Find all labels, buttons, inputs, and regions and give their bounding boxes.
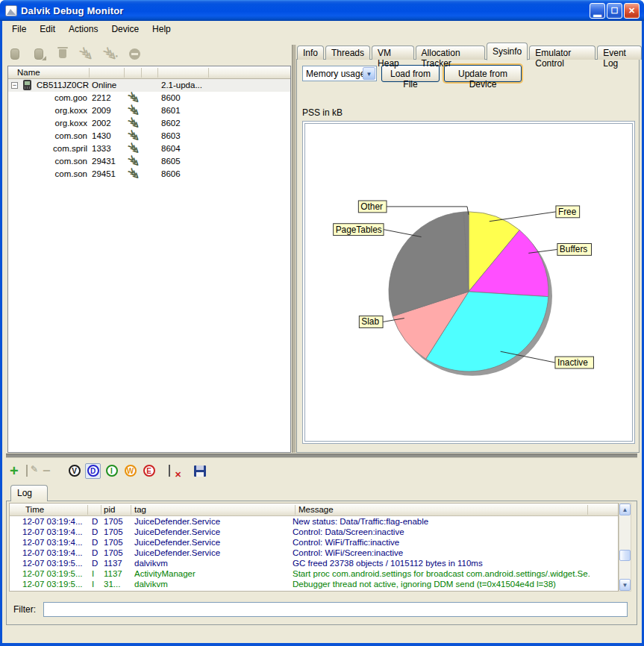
log-level-i-icon[interactable]: I bbox=[104, 463, 119, 479]
menu-help[interactable]: Help bbox=[146, 22, 178, 37]
menu-edit[interactable]: Edit bbox=[33, 22, 62, 37]
sysinfo-panel: Memory usage ▼ Load from File Update fro… bbox=[296, 59, 640, 453]
column-time[interactable]: Time bbox=[25, 505, 44, 514]
log-toolbar: + ✎ − VDIWE ✕ bbox=[10, 461, 206, 480]
log-tag: JuiceDefender.Service bbox=[134, 516, 287, 527]
horizontal-splitter[interactable] bbox=[6, 454, 637, 458]
log-pid: 1705 bbox=[104, 516, 129, 527]
menu-actions[interactable]: Actions bbox=[62, 22, 104, 37]
tab-allocation-tracker[interactable]: Allocation Tracker bbox=[416, 46, 485, 60]
process-row[interactable]: com.goo2212⋙8600 bbox=[8, 92, 290, 104]
phone-icon bbox=[23, 80, 31, 90]
chart-caption: PSS in kB bbox=[302, 107, 343, 118]
log-scrollbar[interactable]: ▲ ▼ bbox=[619, 503, 631, 592]
log-row[interactable]: 12-07 03:19:5...D1137dalvikvmGC freed 23… bbox=[10, 558, 618, 568]
menu-device[interactable]: Device bbox=[104, 22, 146, 37]
log-row[interactable]: 12-07 03:19:4...D1705JuiceDefender.Servi… bbox=[10, 516, 618, 527]
log-row[interactable]: 12-07 03:19:5...I31...dalvikvmDebugger t… bbox=[10, 579, 618, 589]
debug-attach-icon[interactable] bbox=[32, 47, 46, 60]
log-table: TimepidtagMessage 12-07 03:19:4...D1705J… bbox=[9, 503, 619, 592]
tab-threads[interactable]: Threads bbox=[325, 46, 370, 60]
filter-input[interactable] bbox=[43, 602, 628, 617]
clear-log-icon[interactable]: ✕ bbox=[169, 465, 185, 476]
log-row[interactable]: 12-07 03:19:4...D1705JuiceDefender.Servi… bbox=[10, 537, 618, 548]
pie-label-pagetables: PageTables bbox=[336, 225, 382, 235]
column-name[interactable]: Name bbox=[17, 68, 40, 77]
pie-label-free: Free bbox=[558, 207, 577, 217]
pie-chart: FreeBuffersInactiveSlabPageTablesOther bbox=[305, 124, 632, 441]
process-row[interactable]: com.son1430⋙8603 bbox=[8, 130, 290, 142]
maximize-button[interactable]: ☐ bbox=[607, 3, 622, 19]
log-level-w-icon[interactable]: W bbox=[122, 463, 138, 479]
edit-filter-icon[interactable]: ✎ bbox=[26, 465, 43, 476]
tab-emulator-control[interactable]: Emulator Control bbox=[529, 46, 595, 60]
device-toolbar: ⋙ ⋙ bbox=[8, 45, 141, 63]
log-row[interactable]: 12-07 03:19:4...D1705JuiceDefender.Servi… bbox=[10, 527, 618, 537]
column-tag[interactable]: tag bbox=[134, 505, 146, 514]
kill-process-icon[interactable] bbox=[56, 47, 69, 60]
minimize-button[interactable]: ▬ bbox=[590, 3, 605, 19]
update-heap-icon[interactable]: ⋙ bbox=[104, 47, 117, 60]
save-log-icon[interactable] bbox=[194, 465, 206, 477]
tree-header[interactable]: Name bbox=[8, 66, 290, 79]
chevron-down-icon[interactable]: ▼ bbox=[363, 67, 375, 80]
process-port: 8604 bbox=[161, 144, 181, 153]
log-pid: 1705 bbox=[104, 527, 129, 537]
memory-mode-value: Memory usage bbox=[306, 69, 365, 79]
update-threads-icon[interactable]: ⋙ bbox=[80, 47, 93, 60]
process-row[interactable]: org.koxx2002⋙8602 bbox=[8, 117, 290, 130]
column-message[interactable]: Message bbox=[298, 505, 334, 514]
process-name: com.spril bbox=[8, 144, 87, 153]
log-level: D bbox=[92, 527, 104, 537]
log-time: 12-07 03:19:4... bbox=[22, 537, 88, 548]
close-button[interactable]: ✕ bbox=[624, 3, 640, 19]
log-row[interactable]: 12-07 03:19:4...D1705JuiceDefender.Servi… bbox=[10, 548, 618, 558]
tree-body: −CB511JZ0CROnline2.1-upda...com.goo2212⋙… bbox=[8, 79, 290, 452]
remove-filter-icon[interactable]: − bbox=[43, 463, 62, 479]
process-port: 8605 bbox=[161, 157, 181, 166]
scroll-up-icon[interactable]: ▲ bbox=[619, 504, 631, 515]
process-row[interactable]: org.koxx2009⋙8601 bbox=[8, 104, 290, 117]
process-row[interactable]: com.son29451⋙8606 bbox=[8, 168, 290, 181]
menu-file[interactable]: File bbox=[5, 22, 33, 37]
window-title: Dalvik Debug Monitor bbox=[21, 5, 124, 16]
process-name: org.koxx bbox=[8, 106, 87, 115]
log-time: 12-07 03:19:4... bbox=[22, 548, 88, 558]
pie-label-slab: Slab bbox=[361, 316, 379, 327]
log-level: I bbox=[92, 568, 104, 579]
log-level: I bbox=[92, 579, 104, 589]
sysinfo-tabs: InfoThreadsVM HeapAllocation TrackerSysi… bbox=[297, 43, 642, 60]
process-name: com.son bbox=[8, 131, 87, 140]
log-time: 12-07 03:19:5... bbox=[22, 579, 88, 589]
log-message: Control: WiFi/Screen:inactive bbox=[293, 548, 590, 558]
device-row[interactable]: −CB511JZ0CROnline2.1-upda... bbox=[8, 79, 290, 92]
process-name: com.son bbox=[8, 169, 87, 178]
log-row[interactable]: 12-07 03:19:5...I1137ActivityManagerStar… bbox=[10, 568, 618, 579]
device-status: Online bbox=[92, 81, 116, 90]
log-message: Control: Data/Screen:inactive bbox=[293, 527, 590, 537]
log-table-header[interactable]: TimepidtagMessage bbox=[10, 504, 618, 516]
scroll-down-icon[interactable]: ▼ bbox=[619, 579, 631, 591]
tab-sysinfo[interactable]: Sysinfo bbox=[487, 43, 528, 60]
process-name: com.goo bbox=[8, 93, 87, 102]
add-filter-icon[interactable]: + bbox=[10, 462, 26, 480]
process-row[interactable]: com.spril1333⋙8604 bbox=[8, 142, 290, 155]
stop-process-icon[interactable] bbox=[128, 47, 141, 60]
tree-expander-icon[interactable]: − bbox=[11, 82, 18, 89]
log-level-v-icon[interactable]: V bbox=[66, 463, 82, 479]
debug-process-icon[interactable] bbox=[8, 47, 22, 60]
titlebar[interactable]: Dalvik Debug Monitor ▬ ☐ ✕ bbox=[0, 0, 644, 21]
log-level: D bbox=[92, 558, 104, 568]
memory-mode-select[interactable]: Memory usage ▼ bbox=[302, 66, 377, 81]
log-level-d-icon[interactable]: D bbox=[85, 463, 101, 479]
column-pid[interactable]: pid bbox=[104, 505, 115, 514]
log-level-e-icon[interactable]: E bbox=[141, 463, 157, 479]
tab-info[interactable]: Info bbox=[297, 46, 324, 60]
tab-event-log[interactable]: Event Log bbox=[597, 46, 642, 60]
tab-vm-heap[interactable]: VM Heap bbox=[372, 46, 414, 60]
tab-log[interactable]: Log bbox=[10, 485, 48, 501]
process-row[interactable]: com.son29431⋙8605 bbox=[8, 155, 290, 168]
log-tag: dalvikvm bbox=[134, 579, 287, 589]
update-from-device-button[interactable]: Update from Device bbox=[444, 65, 522, 82]
scroll-thumb[interactable] bbox=[619, 550, 631, 561]
